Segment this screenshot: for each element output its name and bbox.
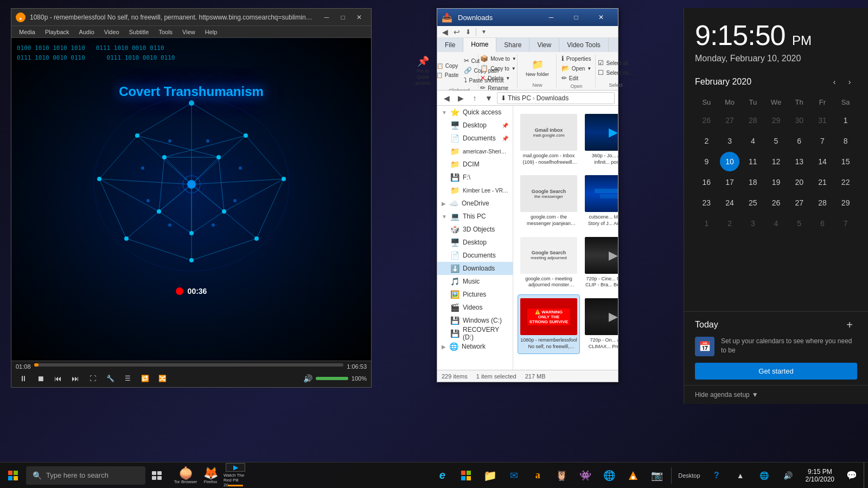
cal-cell-23[interactable]: 23	[697, 193, 716, 213]
cal-cell-25[interactable]: 25	[743, 193, 763, 213]
cal-cell-18[interactable]: 18	[743, 172, 763, 192]
taskbar-network-icon[interactable]: 🌐	[752, 463, 776, 489]
taskbar-notification-button[interactable]: ▲	[729, 463, 752, 489]
nav-recent-button[interactable]: ▼	[483, 92, 495, 104]
sidebar-item-desktop[interactable]: 🖥️ Desktop 📌	[437, 119, 513, 132]
cal-cell-6[interactable]: 6	[789, 131, 809, 151]
ribbon-edit-button[interactable]: ✏ Edit	[560, 74, 593, 82]
ribbon-select-all-button[interactable]: ☑ Select all	[596, 59, 635, 67]
vlc-menu-media[interactable]: Media	[15, 26, 40, 38]
cal-cell-26a[interactable]: 26	[697, 111, 716, 130]
file-item-cutscene[interactable]: cutscene... Messeng... Story of J... Arc…	[582, 171, 618, 230]
vlc-menu-playback[interactable]: Playback	[41, 26, 74, 38]
sidebar-item-documents[interactable]: 📄 Documents 📌	[437, 132, 513, 145]
taskbar-sound-icon[interactable]: 🔊	[776, 463, 800, 489]
cal-cell-26b[interactable]: 26	[766, 193, 786, 213]
taskbar-action-center-button[interactable]: 💬	[840, 463, 864, 489]
taskbar-clock[interactable]: 9:15 PM 2/10/2020	[800, 463, 840, 489]
nav-forward-button[interactable]: ▶	[455, 92, 467, 104]
sidebar-item-f-drive[interactable]: 💾 F:\	[437, 171, 513, 184]
sidebar-item-desktop2[interactable]: 🖥️ Desktop	[437, 236, 513, 249]
file-item-1080p-rfool[interactable]: ⚠️ WARNINGONLY THESTRONG SURVIVE 1080p -…	[518, 294, 580, 354]
taskbar-vlc-button[interactable]	[621, 463, 645, 489]
cal-cell-2[interactable]: 2	[697, 131, 716, 151]
explorer-minimize-button[interactable]: ─	[539, 9, 564, 26]
vlc-video-area[interactable]: 0100 1010 1010 1010 0111 1010 0010 0110 …	[11, 38, 371, 361]
file-item-720p-cinema[interactable]: ▶ 720p - Cine... Man (18)... CLIP - Bra.…	[582, 233, 618, 292]
taskbar-help-button[interactable]: ?	[705, 463, 729, 489]
vlc-progress-bar[interactable]	[34, 363, 344, 367]
taskbar-camera-button[interactable]: 📷	[645, 463, 669, 489]
calendar-next-button[interactable]: ›	[842, 74, 857, 89]
cal-cell-3b[interactable]: 3	[743, 214, 763, 233]
vlc-menu-subtitle[interactable]: Subtitle	[125, 26, 154, 38]
vlc-random-button[interactable]: 🔀	[155, 372, 170, 385]
vlc-volume-bar[interactable]	[316, 377, 348, 380]
sidebar-item-kimber[interactable]: 📁 Kimber Lee - VR Pac	[437, 184, 513, 197]
cal-cell-4b[interactable]: 4	[766, 214, 786, 233]
cal-cell-20[interactable]: 20	[789, 172, 809, 192]
ribbon-open-button[interactable]: 📂 Open ▼	[560, 64, 593, 73]
ribbon-delete-button[interactable]: ✕ Delete ▼	[478, 74, 518, 82]
ribbon-new-folder-button[interactable]: 📁 New folder	[524, 57, 551, 79]
vlc-playlist-button[interactable]: ☰	[120, 372, 135, 385]
taskbar-browser-button[interactable]: 🌐	[597, 463, 621, 489]
vlc-extended-button[interactable]: 🔧	[103, 372, 118, 385]
ribbon-tab-file[interactable]: File	[437, 38, 463, 52]
cal-cell-9[interactable]: 9	[697, 152, 716, 171]
taskbar-start-button[interactable]	[0, 463, 26, 489]
taskbar-amazon-button[interactable]: a	[526, 463, 550, 489]
sidebar-item-dcim[interactable]: 📁 DCIM	[437, 158, 513, 171]
file-item-360p[interactable]: ▶ 360p - Jo... Arc vs... infinit... poss…	[582, 110, 618, 169]
cal-cell-28a[interactable]: 28	[743, 111, 763, 130]
calendar-prev-button[interactable]: ‹	[827, 74, 842, 89]
taskbar-ie-button[interactable]: e	[430, 463, 454, 489]
cal-cell-3[interactable]: 3	[720, 131, 739, 151]
cal-cell-21[interactable]: 21	[813, 172, 832, 192]
cal-cell-15[interactable]: 15	[836, 152, 856, 171]
vlc-play-pause-button[interactable]: ⏸	[16, 372, 31, 385]
cal-cell-11[interactable]: 11	[743, 152, 763, 171]
cal-cell-17[interactable]: 17	[720, 172, 739, 192]
ribbon-tab-videotools[interactable]: Video Tools	[559, 38, 609, 52]
taskbar-trip-button[interactable]: 🦉	[550, 463, 573, 489]
sidebar-item-3d-objects[interactable]: 🎲 3D Objects	[437, 223, 513, 236]
cal-cell-2b[interactable]: 2	[720, 214, 739, 233]
hide-agenda-button[interactable]: Hide agenda setup ▼	[684, 385, 868, 404]
vlc-stop-button[interactable]: ⏹	[33, 372, 48, 385]
sidebar-item-music[interactable]: 🎵 Music	[437, 275, 513, 288]
cal-cell-10-today[interactable]: 10	[720, 152, 739, 171]
sidebar-item-documents2[interactable]: 📄 Documents	[437, 249, 513, 262]
file-item-gmail[interactable]: Gmail Inbox mail.google.com mail.google.…	[518, 110, 580, 169]
ribbon-move-to-button[interactable]: 📦 Move to ▼	[478, 54, 518, 63]
qat-back-button[interactable]: ◀	[441, 28, 450, 36]
sidebar-item-quick-access[interactable]: ▼ ⭐ Quick access	[437, 106, 513, 119]
taskbar-show-desktop-button[interactable]	[864, 463, 868, 489]
cal-cell-6b[interactable]: 6	[813, 214, 832, 233]
vlc-minimize-button[interactable]: ─	[319, 11, 334, 23]
sidebar-item-this-pc[interactable]: ▼ 💻 This PC	[437, 210, 513, 223]
ribbon-tab-share[interactable]: Share	[496, 38, 529, 52]
ribbon-pin-button[interactable]: 📌 Pin to Quick access	[413, 54, 433, 87]
taskbar-mail-button[interactable]: ✉	[502, 463, 526, 489]
cal-cell-7[interactable]: 7	[813, 131, 832, 151]
nav-back-button[interactable]: ◀	[441, 92, 452, 104]
ribbon-select-none-button[interactable]: ☐ Select no...	[596, 68, 635, 77]
qat-properties-button[interactable]: ⬇	[464, 28, 473, 36]
ribbon-tab-home[interactable]: Home	[463, 38, 496, 52]
nav-up-button[interactable]: ↑	[469, 92, 481, 104]
cal-cell-31a[interactable]: 31	[813, 111, 832, 130]
taskbar-store-button[interactable]	[454, 463, 478, 489]
explorer-maximize-button[interactable]: □	[564, 9, 589, 26]
taskbar-alien-button[interactable]: 👾	[573, 463, 597, 489]
cal-cell-1b[interactable]: 1	[697, 214, 716, 233]
cal-cell-29a[interactable]: 29	[766, 111, 786, 130]
cal-cell-12[interactable]: 12	[766, 152, 786, 171]
ribbon-copy-to-button[interactable]: 📋 Copy to ▼	[478, 64, 518, 73]
sidebar-item-videos[interactable]: 🎬 Videos	[437, 301, 513, 314]
cal-cell-5b[interactable]: 5	[789, 214, 809, 233]
file-item-messenger[interactable]: Google Search the messenger google.com -…	[518, 171, 580, 230]
ribbon-paste-button[interactable]: 📋 Paste	[434, 71, 461, 79]
taskbar-search-bar[interactable]: 🔍 Type here to search	[26, 466, 145, 485]
vlc-menu-audio[interactable]: Audio	[75, 26, 99, 38]
